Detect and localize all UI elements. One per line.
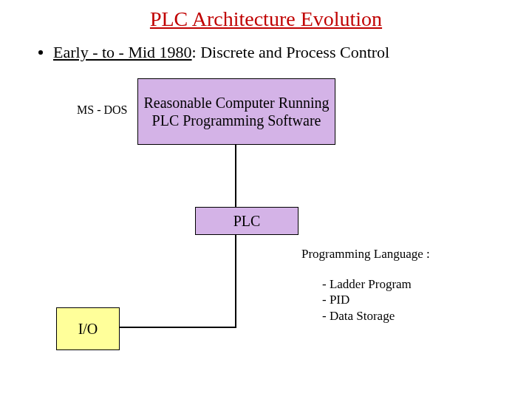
lang-list: - Ladder Program - PID - Data Storage <box>322 276 412 324</box>
lang-item: - Data Storage <box>322 308 412 324</box>
lang-item: - PID <box>322 292 412 307</box>
bullet-early-text: Early - to - Mid 1980 <box>53 43 192 62</box>
bullet-line: Early - to - Mid 1980 : Discrete and Pro… <box>38 43 389 62</box>
plc-box: PLC <box>195 207 299 235</box>
lang-item: - Ladder Program <box>322 276 412 292</box>
bullet-rest-text: : Discrete and Process Control <box>192 43 390 62</box>
page-title: PLC Architecture Evolution <box>0 7 532 31</box>
lang-heading: Programming Language : <box>301 247 430 262</box>
io-box: I/O <box>56 307 120 350</box>
connector-computer-plc <box>235 145 236 207</box>
computer-box: Reasonable Computer Running PLC Programm… <box>137 78 335 145</box>
bullet-icon <box>38 50 43 55</box>
msdos-label: MS - DOS <box>77 103 127 117</box>
connector-plc-down <box>235 235 236 328</box>
